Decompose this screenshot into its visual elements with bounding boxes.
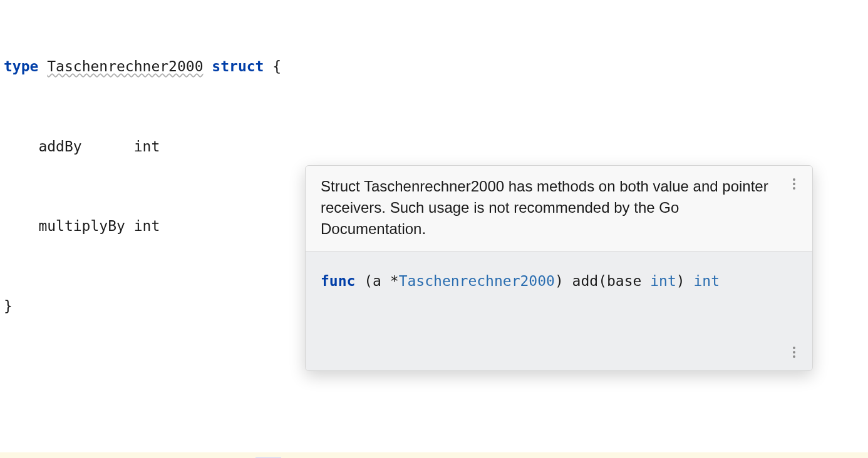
tooltip-signature-section: func (a *Taschenrechner2000) add(base in… bbox=[306, 252, 812, 370]
inspection-tooltip: Struct Taschenrechner2000 has methods on… bbox=[305, 165, 813, 371]
field-multiplyby: multiplyBy int bbox=[4, 213, 160, 240]
tooltip-message: Struct Taschenrechner2000 has methods on… bbox=[321, 178, 768, 237]
code-line[interactable] bbox=[0, 372, 868, 399]
code-line[interactable]: type Taschenrechner2000 struct { bbox=[0, 53, 868, 80]
more-actions-icon[interactable] bbox=[787, 177, 801, 191]
struct-name: Taschenrechner2000 bbox=[47, 58, 203, 74]
code-line-highlighted[interactable]: func (a *Taschenrechner2000) add(base in… bbox=[0, 452, 868, 458]
keyword-struct: struct bbox=[212, 58, 264, 74]
code-line[interactable]: addBy int bbox=[0, 133, 868, 160]
tooltip-message-section: Struct Taschenrechner2000 has methods on… bbox=[306, 166, 812, 252]
more-actions-icon[interactable] bbox=[787, 345, 801, 359]
field-addby: addBy int bbox=[4, 133, 160, 160]
keyword-type: type bbox=[4, 58, 38, 74]
signature-text: func (a *Taschenrechner2000) add(base in… bbox=[321, 273, 720, 289]
